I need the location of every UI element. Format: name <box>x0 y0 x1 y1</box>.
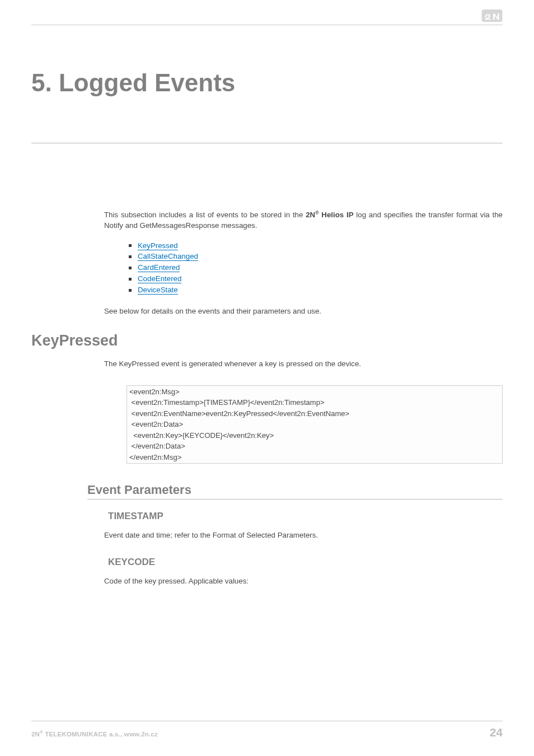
title-underline <box>31 143 503 143</box>
link-callstatechanged[interactable]: CallStateChanged <box>138 252 198 261</box>
keypressed-description: The KeyPressed event is generated whenev… <box>104 358 503 369</box>
link-codeentered[interactable]: CodeEntered <box>138 274 181 283</box>
intro-paragraph: This subsection includes a list of event… <box>104 209 503 231</box>
brand-logo-icon <box>481 10 503 22</box>
intro-bold-post: Helios IP <box>319 211 354 219</box>
footer-left-pre: 2N <box>31 731 40 738</box>
keycode-description: Code of the key pressed. Applicable valu… <box>104 576 503 586</box>
list-item: CardEntered <box>129 262 503 273</box>
event-link-list: KeyPressed CallStateChanged CardEntered … <box>129 240 503 296</box>
page-title: 5. Logged Events <box>31 69 503 97</box>
page-footer: 2N® TELEKOMUNIKACE a.s., www.2n.cz 24 <box>31 721 503 739</box>
header-rule <box>31 25 503 25</box>
timestamp-description: Event date and time; refer to the Format… <box>104 530 503 540</box>
link-devicestate[interactable]: DeviceState <box>138 286 178 295</box>
intro-text-pre: This subsection includes a list of event… <box>104 211 306 219</box>
code-block-keypressed: <event2n:Msg> <event2n:Timestamp>{TIMEST… <box>127 385 503 464</box>
footer-page-number: 24 <box>490 726 503 739</box>
list-item: DeviceState <box>129 284 503 296</box>
link-cardentered[interactable]: CardEntered <box>138 263 180 272</box>
footer-company: 2N® TELEKOMUNIKACE a.s., www.2n.cz <box>31 731 158 738</box>
footer-left-post: TELEKOMUNIKACE a.s., www.2n.cz <box>43 731 158 738</box>
list-item: CodeEntered <box>129 273 503 284</box>
intro-bold-pre: 2N <box>306 211 315 219</box>
link-keypressed[interactable]: KeyPressed <box>138 241 178 250</box>
heading-event-parameters: Event Parameters <box>87 483 503 500</box>
heading-timestamp: TIMESTAMP <box>108 511 503 522</box>
heading-keypressed: KeyPressed <box>31 332 503 349</box>
see-below-text: See below for details on the events and … <box>104 306 503 316</box>
list-item: CallStateChanged <box>129 251 503 262</box>
heading-keycode: KEYCODE <box>108 557 503 568</box>
list-item: KeyPressed <box>129 240 503 251</box>
